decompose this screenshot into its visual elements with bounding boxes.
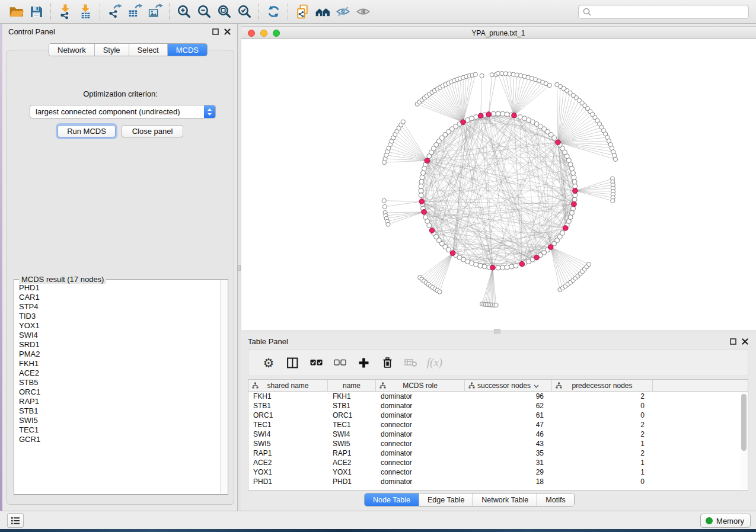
cell-mcds-role[interactable]: dominator	[376, 430, 465, 439]
float-panel-icon[interactable]	[729, 338, 737, 345]
task-history-button[interactable]	[7, 513, 24, 528]
table-row[interactable]: SWI4SWI4dominator462	[248, 430, 748, 439]
cell-name[interactable]: PHD1	[328, 477, 376, 486]
network-graph[interactable]	[241, 39, 756, 330]
cell-mcds-role[interactable]: dominator	[376, 411, 465, 420]
table-row[interactable]: SWI5SWI5connector431	[248, 439, 748, 448]
cell-name[interactable]: TEC1	[328, 420, 376, 430]
close-panel-icon[interactable]	[741, 338, 749, 345]
cell-predecessor-nodes[interactable]: 0	[552, 477, 653, 486]
fit-content-icon[interactable]	[214, 2, 234, 22]
cell-mcds-role[interactable]: connector	[376, 458, 465, 467]
network-view-titlebar[interactable]: YPA_prune.txt_1	[241, 26, 756, 39]
close-panel-icon[interactable]	[224, 28, 231, 36]
splitter-handle[interactable]	[494, 329, 500, 334]
table-scrollbar[interactable]	[741, 392, 747, 489]
mcds-result-item[interactable]: STB1	[19, 406, 220, 416]
cell-name[interactable]: YOX1	[328, 467, 376, 477]
cell-predecessor-nodes[interactable]: 1	[552, 467, 653, 477]
tab-mcds[interactable]: MCDS	[168, 44, 207, 56]
import-table-icon[interactable]	[75, 2, 95, 22]
cell-shared-name[interactable]: FKH1	[248, 392, 328, 401]
cell-shared-name[interactable]: ORC1	[248, 411, 328, 420]
export-table-icon[interactable]	[125, 2, 145, 22]
export-image-icon[interactable]	[145, 2, 165, 22]
cell-mcds-role[interactable]: dominator	[376, 392, 465, 401]
table-row[interactable]: FKH1FKH1dominator962	[248, 392, 748, 401]
select-all-rows-icon[interactable]	[304, 352, 328, 373]
mcds-result-item[interactable]: SWI4	[19, 331, 220, 340]
cell-shared-name[interactable]: TEC1	[248, 420, 328, 430]
tab-style[interactable]: Style	[95, 44, 129, 56]
zoom-selected-icon[interactable]	[234, 2, 254, 22]
table-row[interactable]: TEC1TEC1connector472	[248, 420, 748, 430]
table-row[interactable]: PHD1PHD1dominator180	[248, 477, 748, 486]
cell-successor-nodes[interactable]: 29	[465, 467, 552, 477]
cell-name[interactable]: RAP1	[328, 448, 376, 458]
table-tab-motifs[interactable]: Motifs	[537, 493, 573, 506]
mcds-result-item[interactable]: FKH1	[19, 359, 220, 368]
cell-predecessor-nodes[interactable]: 2	[552, 420, 653, 430]
mcds-result-item[interactable]: GCR1	[19, 435, 220, 444]
mcds-result-item[interactable]: RAP1	[19, 397, 220, 406]
optimization-criterion-select[interactable]: largest connected component (undirected)	[30, 105, 216, 118]
cell-mcds-role[interactable]: connector	[376, 439, 465, 448]
memory-button[interactable]: Memory	[700, 514, 751, 528]
mcds-result-item[interactable]: SRD1	[19, 340, 220, 350]
mcds-result-item[interactable]: STB5	[19, 378, 220, 387]
column-header-name[interactable]: name	[328, 380, 376, 391]
table-row[interactable]: STB1STB1dominator620	[248, 401, 748, 411]
cell-mcds-role[interactable]: connector	[376, 420, 465, 430]
search-box[interactable]	[578, 5, 749, 19]
scrollbar-thumb[interactable]	[741, 394, 747, 451]
cell-name[interactable]: SWI5	[328, 439, 376, 448]
hide-selected-icon[interactable]	[333, 2, 353, 22]
column-header-mcds-role[interactable]: MCDS role	[376, 380, 465, 391]
mcds-result-item[interactable]: PMA2	[19, 350, 220, 359]
cell-successor-nodes[interactable]: 61	[465, 411, 552, 420]
add-column-icon[interactable]	[352, 352, 375, 373]
close-panel-button[interactable]: Close panel	[122, 125, 183, 137]
show-all-icon[interactable]	[353, 2, 373, 22]
cell-mcds-role[interactable]: dominator	[376, 448, 465, 458]
table-tab-edge-table[interactable]: Edge Table	[419, 493, 473, 506]
cell-name[interactable]: STB1	[328, 401, 376, 411]
mcds-result-item[interactable]: ORC1	[19, 387, 220, 397]
column-visibility-icon[interactable]	[280, 352, 304, 373]
table-settings-icon[interactable]: ⚙	[257, 352, 280, 373]
cell-mcds-role[interactable]: dominator	[376, 401, 465, 411]
delete-column-icon[interactable]	[375, 352, 399, 373]
column-header-shared-name[interactable]: shared name	[248, 380, 328, 391]
new-network-from-selection-icon[interactable]	[292, 2, 312, 22]
cell-name[interactable]: SWI4	[328, 430, 376, 439]
cell-predecessor-nodes[interactable]: 2	[552, 392, 653, 401]
table-tab-network-table[interactable]: Network Table	[473, 493, 537, 506]
first-neighbors-icon[interactable]	[312, 2, 333, 22]
cell-successor-nodes[interactable]: 47	[465, 420, 552, 430]
cell-successor-nodes[interactable]: 62	[465, 401, 552, 411]
cell-predecessor-nodes[interactable]: 1	[552, 458, 653, 467]
float-panel-icon[interactable]	[212, 28, 219, 36]
cell-shared-name[interactable]: RAP1	[248, 448, 328, 458]
mcds-result-item[interactable]: SWI5	[19, 416, 220, 425]
cell-mcds-role[interactable]: connector	[376, 467, 465, 477]
column-header-predecessor-nodes[interactable]: predecessor nodes	[552, 380, 653, 391]
cell-predecessor-nodes[interactable]: 0	[552, 411, 653, 420]
mcds-result-item[interactable]: ACE2	[19, 368, 220, 378]
table-tab-node-table[interactable]: Node Table	[365, 493, 419, 506]
cell-shared-name[interactable]: PHD1	[248, 477, 328, 486]
cell-shared-name[interactable]: SWI5	[248, 439, 328, 448]
mcds-result-item[interactable]: CAR1	[19, 293, 220, 302]
column-header-successor-nodes[interactable]: successor nodes	[465, 380, 552, 391]
cell-successor-nodes[interactable]: 96	[465, 392, 552, 401]
table-row[interactable]: YOX1YOX1connector291	[248, 467, 748, 477]
cell-name[interactable]: ORC1	[328, 411, 376, 420]
mcds-list-scrollbar[interactable]	[220, 280, 227, 493]
cell-shared-name[interactable]: ACE2	[248, 458, 328, 467]
table-row[interactable]: RAP1RAP1dominator352	[248, 448, 748, 458]
cell-successor-nodes[interactable]: 43	[465, 439, 552, 448]
mcds-result-item[interactable]: TID3	[19, 312, 220, 321]
export-network-icon[interactable]	[104, 2, 125, 22]
cell-successor-nodes[interactable]: 18	[465, 477, 552, 486]
mcds-result-item[interactable]: YOX1	[19, 321, 220, 331]
